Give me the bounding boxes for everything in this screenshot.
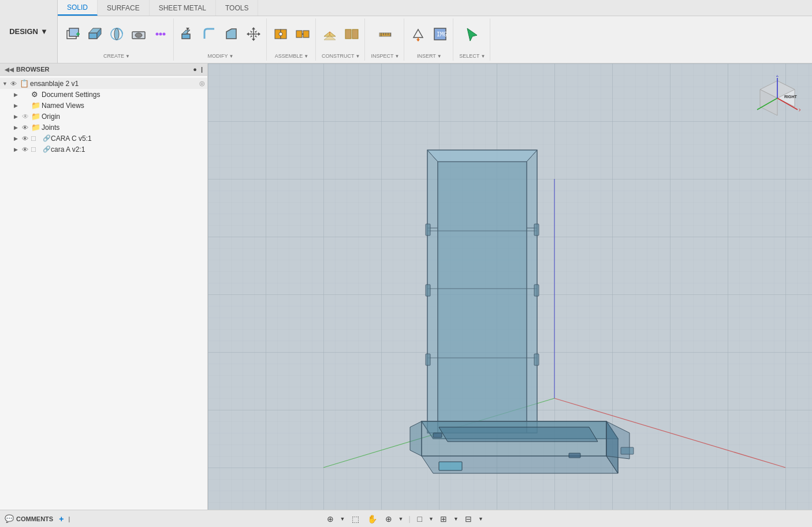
press-pull-button[interactable] [177, 18, 198, 53]
modify-tools [177, 18, 264, 53]
select-group-label[interactable]: SELECT ▼ [457, 53, 487, 61]
add-comment-button[interactable]: + [59, 514, 64, 524]
revolve-button[interactable] [106, 18, 127, 53]
svg-rect-84 [569, 453, 580, 458]
zoom-button[interactable]: ⊕ [383, 513, 394, 525]
fillet-button[interactable] [199, 18, 220, 53]
assemble-tools [270, 18, 313, 53]
svg-point-13 [163, 33, 166, 36]
svg-rect-33 [303, 31, 309, 38]
insert-dropdown-arrow: ▼ [437, 54, 442, 59]
tree-eye-cara-a[interactable]: 👁 [22, 146, 31, 153]
assemble-group-label[interactable]: ASSEMBLE ▼ [273, 53, 311, 61]
inspect-group-label[interactable]: INSPECT ▼ [368, 53, 401, 61]
svg-marker-48 [416, 39, 420, 42]
pan-button[interactable]: ⬚ [349, 513, 362, 525]
bottom-bar-resize[interactable]: | [68, 515, 70, 522]
viewport[interactable]: RIGHT X Z [208, 63, 812, 510]
browser-pin[interactable]: ● [193, 66, 197, 73]
design-button[interactable]: DESIGN ▼ [0, 0, 58, 63]
chamfer-button[interactable] [221, 18, 242, 53]
svg-marker-17 [186, 28, 189, 30]
tree-item-origin[interactable]: ▶ 👁 📁 Origin [0, 111, 207, 122]
view-mode-dropdown[interactable]: ▼ [428, 516, 434, 522]
hand-tool-button[interactable]: ✋ [365, 513, 379, 525]
inspect-group: INSPECT ▼ [366, 18, 404, 61]
measure-button[interactable] [375, 18, 396, 53]
move-button[interactable] [243, 18, 264, 53]
rigid-group-button[interactable] [292, 18, 313, 53]
svg-text:Z: Z [776, 75, 779, 77]
extrude-button[interactable] [84, 18, 105, 53]
display-button[interactable]: ⊟ [463, 513, 474, 525]
tree-item-cara-a[interactable]: ▶ 👁 □ 🔗 cara A v2:1 [0, 144, 207, 155]
design-label: DESIGN [9, 27, 38, 36]
orbit-dropdown[interactable]: ▼ [340, 516, 346, 522]
tab-tools[interactable]: TOOLS [216, 0, 258, 16]
comments-icon: 💬 [5, 514, 14, 523]
svg-text:X: X [799, 108, 800, 112]
tree-label-cara-a: cara A v2:1 [51, 145, 205, 154]
tree-item-cara-c[interactable]: ▶ 👁 □ 🔗 CARA C v5:1 [0, 133, 207, 144]
bottom-bar-left: 💬 COMMENTS + | [5, 514, 70, 524]
tree-root[interactable]: ▼ 👁 📋 ensanblaje 2 v1 ◎ [0, 78, 207, 89]
tab-surface[interactable]: SURFACE [98, 0, 150, 16]
more-create-button[interactable] [150, 18, 171, 53]
hole-button[interactable] [128, 18, 149, 53]
tree-icon-cara-c: □ [31, 134, 42, 143]
svg-point-12 [159, 33, 162, 36]
construct-dropdown-arrow: ▼ [356, 54, 360, 59]
svg-text:IMG: IMG [437, 31, 447, 38]
tree-root-eye[interactable]: 👁 [10, 80, 20, 87]
view-mode-button[interactable]: □ [415, 513, 424, 525]
new-component-button[interactable] [62, 18, 83, 53]
viewcube[interactable]: RIGHT X Z [754, 75, 800, 121]
tree-label-joints: Joints [42, 124, 205, 132]
select-button[interactable] [462, 18, 483, 53]
construct-group-label[interactable]: CONSTRUCT ▼ [319, 53, 362, 61]
tree-link-cara-c: 🔗 [43, 134, 51, 142]
tree-item-named-views[interactable]: ▶ 📁 Named Views [0, 100, 207, 111]
tab-sheet-metal[interactable]: SHEET METAL [150, 0, 216, 16]
display-dropdown[interactable]: ▼ [478, 516, 484, 522]
orbit-button[interactable]: ⊕ [325, 513, 336, 525]
offset-plane-button[interactable] [319, 18, 340, 53]
tree-item-joints[interactable]: ▶ 👁 📁 Joints [0, 122, 207, 133]
create-tools [62, 18, 171, 53]
rigid-group-icon [295, 26, 311, 44]
create-group-label[interactable]: CREATE ▼ [101, 53, 132, 61]
tree-icon-doc: ⚙ [31, 90, 42, 99]
svg-rect-1 [69, 28, 79, 36]
tree-arrow-joints: ▶ [14, 125, 22, 130]
tree-eye-cara-c[interactable]: 👁 [22, 135, 31, 142]
browser-collapse-icon[interactable]: ◀◀ [5, 66, 14, 73]
assemble-dropdown-arrow: ▼ [304, 54, 308, 59]
grid-button[interactable]: ⊞ [438, 513, 449, 525]
joint-button[interactable] [270, 18, 291, 53]
insert-derive-button[interactable] [408, 18, 429, 53]
tool-row: CREATE ▼ [58, 16, 812, 63]
tree-label-doc: Document Settings [42, 91, 205, 99]
tree-arrow-origin: ▶ [14, 114, 22, 119]
modify-group-label[interactable]: MODIFY ▼ [206, 53, 236, 61]
bottom-bar: 💬 COMMENTS + | ⊕ ▼ ⬚ ✋ ⊕ ▼ | □ ▼ ⊞ ▼ ⊟ ▼ [0, 510, 812, 527]
tree-arrow-cara-a: ▶ [14, 147, 22, 152]
browser-resize[interactable]: | [201, 66, 203, 73]
browser-tree: ▼ 👁 📋 ensanblaje 2 v1 ◎ ▶ ⚙ Document Set… [0, 76, 207, 510]
hole-icon [131, 26, 147, 44]
insert-group-label[interactable]: INSERT ▼ [415, 53, 444, 61]
grid-dropdown[interactable]: ▼ [453, 516, 459, 522]
tree-item-document-settings[interactable]: ▶ ⚙ Document Settings [0, 89, 207, 100]
sidebar: ◀◀ BROWSER ● | ▼ 👁 📋 ensanblaje 2 v1 ◎ ▶ [0, 63, 208, 510]
tree-label-origin: Origin [42, 113, 205, 121]
zoom-dropdown[interactable]: ▼ [398, 516, 404, 522]
svg-marker-46 [414, 29, 423, 38]
move-icon [245, 26, 262, 44]
svg-rect-39 [352, 29, 358, 39]
midplane-button[interactable] [341, 18, 362, 53]
svg-marker-66 [427, 150, 537, 162]
canvas-button[interactable]: IMG [430, 18, 450, 53]
svg-marker-25 [250, 31, 252, 33]
tab-solid[interactable]: SOLID [58, 0, 98, 16]
tree-eye-joints[interactable]: 👁 [22, 124, 31, 131]
